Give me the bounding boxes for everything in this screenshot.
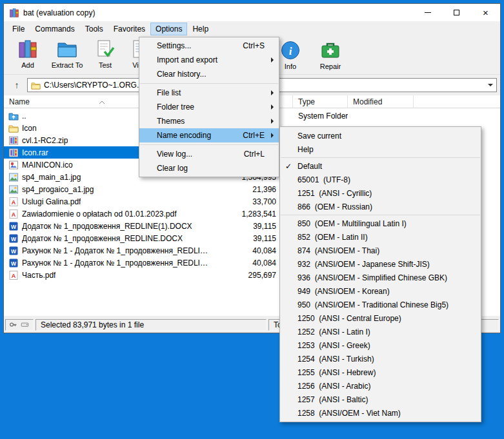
up-directory-button[interactable]: ↑ (9, 77, 25, 93)
menubar-item-tools[interactable]: Tools (80, 23, 108, 35)
toolbar-button-repair[interactable]: Repair (312, 39, 349, 75)
add-books-icon (17, 39, 38, 59)
folder-icon (8, 123, 19, 133)
menu-item-1252-ansi-latin-i[interactable]: 1252 (ANSI - Latin I) (280, 325, 481, 338)
file-name: Рахунок № 1 - Додаток № 1_продовження_RE… (22, 246, 210, 255)
menu-item-folder-tree[interactable]: Folder tree (139, 100, 279, 114)
file-name: MAINICON.ico (22, 161, 73, 170)
ico-icon (8, 160, 19, 170)
menu-item-clear-log[interactable]: Clear log (139, 161, 279, 175)
menu-item-save-current[interactable]: Save current (280, 129, 481, 142)
pdf-icon: A (8, 270, 19, 280)
svg-text:W: W (11, 223, 17, 229)
menu-separator (281, 157, 480, 158)
menubar-item-options[interactable]: Options (150, 23, 187, 35)
menubar-item-file[interactable]: File (7, 23, 30, 35)
minimize-icon (425, 12, 431, 13)
menu-item-866-oem-russian[interactable]: 866 (OEM - Russian) (280, 200, 481, 213)
menu-item-950-ansi-oem-traditional-chinese-big5[interactable]: 950 (ANSI/OEM - Traditional Chinese Big5… (280, 298, 481, 311)
menu-separator (140, 83, 278, 84)
menu-item-1255-ansi-hebrew[interactable]: 1255 (ANSI - Hebrew) (280, 366, 481, 379)
menu-item-1250-ansi-central-europe[interactable]: 1250 (ANSI - Central Europe) (280, 311, 481, 325)
test-doc-icon (95, 39, 116, 59)
info-circle-icon: i (280, 40, 301, 61)
menu-item-1253-ansi-greek[interactable]: 1253 (ANSI - Greek) (280, 338, 481, 352)
menu-item-file-list[interactable]: File list (139, 86, 279, 100)
docx-icon: W (8, 246, 19, 256)
file-modified (348, 110, 414, 122)
file-name: Додаток № 1_продовження_REDLINE.DOCX (22, 234, 183, 243)
svg-text:A: A (12, 199, 16, 205)
svg-text:i: i (289, 45, 292, 57)
menu-item-settings[interactable]: Settings...Ctrl+S (139, 39, 279, 53)
menu-separator (140, 144, 278, 145)
menu-item-1251-ansi-cyrillic[interactable]: 1251 (ANSI - Cyrillic) (280, 186, 481, 200)
extract-folder-icon (57, 39, 77, 59)
options-menu: Settings...Ctrl+SImport and exportClear … (139, 37, 279, 177)
menu-item-1258-ansi-oem-viet-nam[interactable]: 1258 (ANSI/OEM - Viet Nam) (280, 406, 481, 420)
menu-shortcut: Ctrl+E (243, 131, 274, 140)
menu-item-view-log[interactable]: View log...Ctrl+L (139, 147, 279, 161)
menu-item-clear-history[interactable]: Clear history... (139, 67, 279, 81)
title-bar: bat (evaluation copy) × (4, 4, 500, 21)
menu-item-import-and-export[interactable]: Import and export (139, 53, 279, 67)
menu-bar: FileCommandsToolsFavoritesOptionsHelp (4, 21, 500, 36)
key-icon[interactable] (9, 320, 17, 329)
menu-shortcut: Ctrl+S (243, 41, 274, 50)
toolbar-button-extract-to[interactable]: Extract To (46, 37, 88, 73)
up-icon (8, 111, 19, 121)
submenu-arrow-icon (271, 57, 274, 63)
maximize-button[interactable] (442, 4, 471, 21)
menubar-item-favorites[interactable]: Favorites (108, 23, 150, 35)
toolbar-button-test[interactable]: Test (88, 37, 123, 73)
menu-item-932-ansi-oem-japanese-shift-jis[interactable]: 932 (ANSI/OEM - Japanese Shift-JIS) (280, 257, 481, 271)
pdf-icon: A (8, 209, 19, 219)
file-name: Рахунок № 1 - Додаток № 1_продовження_RE… (22, 259, 210, 268)
address-dropdown-button[interactable] (485, 79, 496, 91)
menu-item-1257-ansi-baltic[interactable]: 1257 (ANSI - Baltic) (280, 393, 481, 406)
menu-item-850-oem-multilingual-latin-i[interactable]: 850 (OEM - Multilingual Latin I) (280, 217, 481, 230)
menubar-item-commands[interactable]: Commands (30, 23, 79, 35)
menu-item-874-ansi-oem-thai[interactable]: 874 (ANSI/OEM - Thai) (280, 244, 481, 257)
docx-icon: W (8, 258, 19, 268)
menu-item-1256-ansi-arabic[interactable]: 1256 (ANSI - Arabic) (280, 379, 481, 393)
pdf-icon: A (8, 197, 19, 207)
menubar-item-help[interactable]: Help (187, 23, 214, 35)
desktop: { "icons": { "close": "×", "up_arrow": "… (0, 0, 504, 439)
close-button[interactable]: × (471, 4, 500, 21)
menu-item-65001-utf-8[interactable]: 65001 (UTF-8) (280, 173, 481, 186)
file-name: Icon.rar (22, 148, 48, 157)
menu-item-852-oem-latin-ii[interactable]: 852 (OEM - Latin II) (280, 230, 481, 244)
toolbar-button-add[interactable]: Add (9, 37, 46, 73)
address-path: C:\Users\CRYPTO~1.ORG... (44, 81, 143, 90)
check-icon: ✓ (285, 162, 292, 171)
repair-kit-icon (320, 40, 341, 61)
menu-item-936-ansi-oem-simplified-chinese-gbk[interactable]: 936 (ANSI/OEM - Simplified Chinese GBK) (280, 271, 481, 284)
menu-item-name-encoding[interactable]: Name encodingCtrl+E (139, 128, 279, 142)
statusbar-selected-info: Selected 83,971 bytes in 1 file (35, 319, 267, 331)
window-title: bat (evaluation copy) (23, 8, 95, 17)
docx-icon: W (8, 221, 19, 231)
statusbar-icons-panel (5, 319, 34, 331)
winrar-logo-icon (9, 8, 19, 18)
drive-icon[interactable] (21, 320, 29, 329)
menu-item-themes[interactable]: Themes (139, 114, 279, 128)
menu-item-949-ansi-oem-korean[interactable]: 949 (ANSI/OEM - Korean) (280, 284, 481, 298)
menu-shortcut: Ctrl+L (244, 150, 274, 159)
menu-item-1254-ansi-turkish[interactable]: 1254 (ANSI - Turkish) (280, 352, 481, 366)
file-name: cvl.1-RC2.zip (22, 136, 68, 145)
menu-item-help[interactable]: Help (280, 142, 481, 156)
minimize-button[interactable] (413, 4, 442, 21)
column-header-type[interactable]: Type (293, 95, 348, 108)
column-header-modified[interactable]: Modified (348, 95, 414, 108)
svg-text:W: W (11, 260, 17, 266)
jpg-icon (8, 184, 19, 195)
zip-icon (8, 135, 19, 146)
menu-item-default[interactable]: ✓Default (280, 159, 481, 173)
file-name: Часть.pdf (22, 271, 55, 280)
chevron-down-icon (488, 84, 493, 86)
submenu-arrow-icon (271, 119, 274, 124)
close-icon: × (483, 8, 489, 17)
name-encoding-submenu: Save currentHelp✓Default65001 (UTF-8)125… (279, 126, 481, 422)
up-arrow-icon: ↑ (15, 80, 19, 90)
